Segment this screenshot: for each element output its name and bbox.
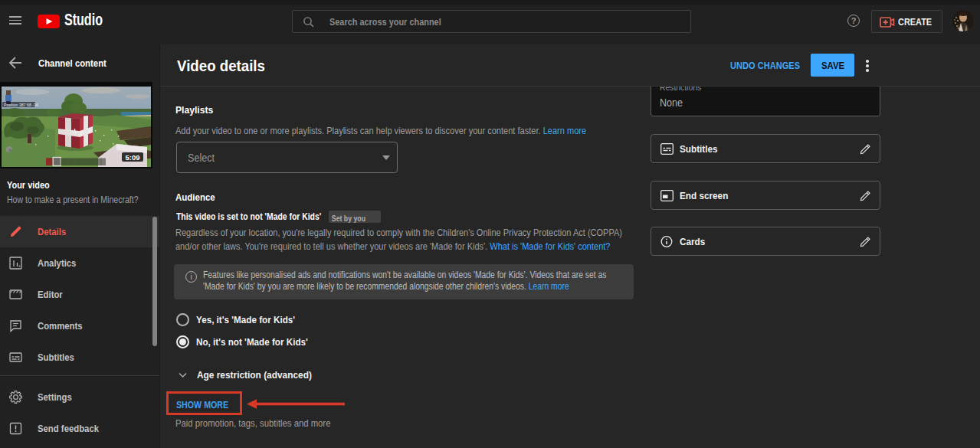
svg-text:5:09: 5:09	[126, 153, 140, 162]
svg-text:Position 387 68 -34: Position 387 68 -34	[4, 103, 38, 107]
